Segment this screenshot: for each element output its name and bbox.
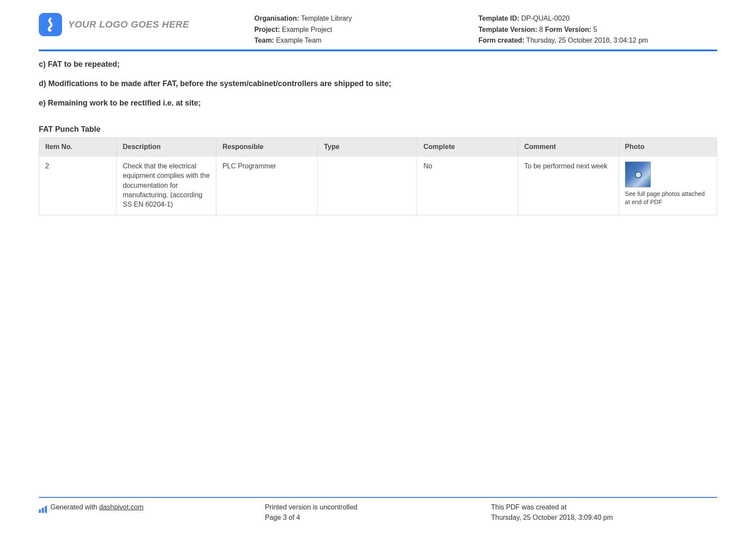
team-label: Team: [254,37,274,44]
table-title: FAT Punch Table [39,125,717,134]
cell-photo: See full page photos attached at end of … [619,156,717,215]
form-version-value: 5 [593,26,597,33]
organisation-label: Organisation: [254,15,299,22]
cell-item: 2 [39,156,117,215]
photo-thumbnail-icon [625,161,651,187]
project-value: Example Project [282,26,332,33]
form-created-value: Thursday, 25 October 2018, 3:04:12 pm [526,37,648,44]
organisation-value: Template Library [301,15,352,22]
generated-prefix: Generated with [50,503,99,511]
header-meta-right: Template ID: DP-QUAL-0020 Template Versi… [478,13,717,46]
document-body: c) FAT to be repeated; d) Modifications … [39,51,717,215]
form-version-label: Form Version: [545,26,591,33]
form-created-label: Form created: [478,37,525,44]
cell-desc: Check that the electrical equipment comp… [116,156,216,215]
cell-type [318,156,417,215]
logo-icon [39,13,62,36]
table-header-row: Item No. Description Responsible Type Co… [39,137,717,156]
uncontrolled-text: Printed version is uncontrolled [265,502,491,512]
logo-placeholder-text: YOUR LOGO GOES HERE [68,19,189,30]
footer-left: Generated with dashpivot.com [39,502,265,523]
col-item: Item No. [39,137,117,156]
col-type: Type [318,137,417,156]
created-label: This PDF was created at [491,502,717,512]
document-footer: Generated with dashpivot.com Printed ver… [39,497,717,523]
template-id-label: Template ID: [478,15,519,22]
footer-center: Printed version is uncontrolled Page 3 o… [265,502,491,523]
created-value: Thursday, 25 October 2018, 3:09:40 pm [491,512,717,523]
line-e: e) Remaining work to be rectified i.e. a… [39,99,717,108]
col-resp: Responsible [216,137,318,156]
cell-comm: To be performed next week [518,156,619,215]
cell-comp: No [417,156,518,215]
fat-punch-table: Item No. Description Responsible Type Co… [39,137,717,215]
col-comm: Comment [518,137,619,156]
line-c: c) FAT to be repeated; [39,60,717,69]
col-photo: Photo [619,137,717,156]
template-id-value: DP-QUAL-0020 [521,15,569,22]
bars-icon [39,503,48,513]
page-number: Page 3 of 4 [265,512,491,523]
generated-link[interactable]: dashpivot.com [99,503,144,511]
logo-block: YOUR LOGO GOES HERE [39,13,254,36]
cell-resp: PLC Programmer [216,156,318,215]
photo-note: See full page photos attached at end of … [625,190,711,206]
template-version-label: Template Version: [478,26,537,33]
line-d: d) Modifications to be made after FAT, b… [39,79,717,88]
footer-right: This PDF was created at Thursday, 25 Oct… [491,502,717,523]
header-meta-center: Organisation: Template Library Project: … [254,13,478,46]
team-value: Example Team [276,37,322,44]
col-desc: Description [116,137,216,156]
document-header: YOUR LOGO GOES HERE Organisation: Templa… [39,13,717,51]
project-label: Project: [254,26,280,33]
col-comp: Complete [417,137,518,156]
template-version-value: 8 [539,26,543,33]
table-row: 2 Check that the electrical equipment co… [39,156,717,215]
